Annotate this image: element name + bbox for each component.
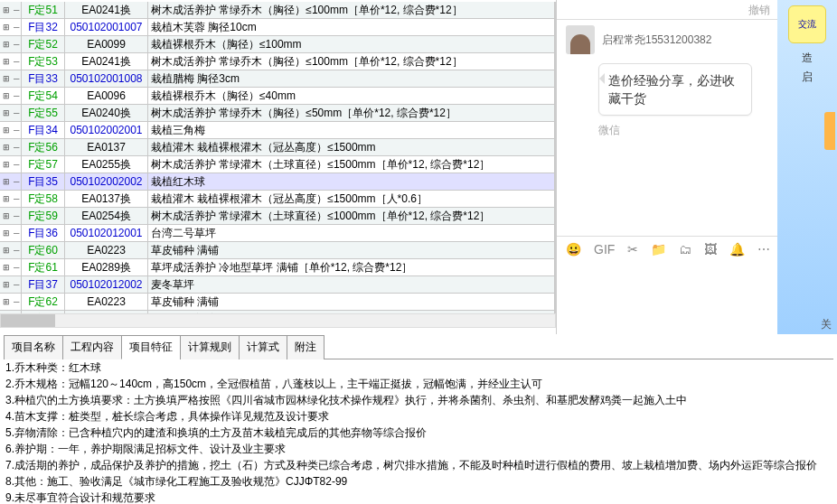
side-collapse-button[interactable] <box>824 112 835 150</box>
table-row[interactable]: ⊞─F定53EA0241换树木成活养护 常绿乔木（胸径）≤100mm［单价*12… <box>0 53 555 70</box>
expand-icon[interactable]: ⊞ <box>0 259 11 276</box>
row-desc: 草皮铺种 满铺 <box>148 294 555 311</box>
tree-line: ─ <box>11 2 22 19</box>
tree-line: ─ <box>11 173 22 191</box>
tab-计算式[interactable]: 计算式 <box>239 335 287 359</box>
row-id: F定61 <box>22 259 65 276</box>
table-row[interactable]: ⊞─F定52EA0099栽植裸根乔木（胸径）≤100mm <box>0 36 555 53</box>
table-row[interactable]: ⊞─F定57EA0255换树木成活养护 常绿灌木（土球直径）≤1500mm［单价… <box>0 156 555 173</box>
table-row[interactable]: ⊞─F目36050102012001台湾二号草坪 <box>0 225 555 242</box>
expand-icon[interactable]: ⊞ <box>0 191 11 208</box>
row-code: 050102012002 <box>65 276 148 294</box>
expand-icon[interactable]: ⊞ <box>0 276 11 294</box>
expand-icon[interactable]: ⊞ <box>0 242 11 259</box>
chat-user-row[interactable]: 启程常尧15531200382 <box>557 20 777 60</box>
row-desc: 栽植裸根乔木（胸径）≤40mm <box>148 88 555 105</box>
expand-icon[interactable]: ⊞ <box>0 208 11 225</box>
expand-icon[interactable]: ⊞ <box>0 294 11 311</box>
row-id: F定58 <box>22 191 65 208</box>
expand-icon[interactable]: ⊞ <box>0 105 11 122</box>
tab-附注[interactable]: 附注 <box>287 335 324 359</box>
scrollbar-thumb[interactable] <box>1 314 55 327</box>
table-row[interactable]: ⊞─F定56EA0137栽植灌木 栽植裸根灌木（冠丛高度）≤1500mm <box>0 139 555 156</box>
tree-line: ─ <box>11 105 22 122</box>
row-desc: 草皮铺种 满铺 <box>148 242 555 259</box>
expand-icon[interactable]: ⊞ <box>0 225 11 242</box>
expand-icon[interactable]: ⊞ <box>0 122 11 139</box>
tree-line: ─ <box>11 19 22 36</box>
table-row[interactable]: ⊞─F目33050102001008栽植腊梅 胸径3cm <box>0 70 555 88</box>
main-data-grid[interactable]: ⊞─F定51EA0241换树木成活养护 常绿乔木（胸径）≤100mm［单价*12… <box>0 2 556 313</box>
row-code: EA0255换 <box>65 156 148 173</box>
feature-line: 4.苗木支撑：桩类型，桩长综合考虑，具体操作详见规范及设计要求 <box>5 408 828 425</box>
row-id: F定59 <box>22 208 65 225</box>
tab-工程内容[interactable]: 工程内容 <box>62 335 122 359</box>
grid-horizontal-scrollbar[interactable] <box>0 313 556 328</box>
side-dock: 交流 造 启 关 <box>777 0 837 334</box>
row-code: 050102001007 <box>65 19 148 36</box>
chat-tool-1[interactable]: GIF <box>594 242 615 257</box>
chat-tool-4[interactable]: 🗂 <box>679 242 691 257</box>
feature-line: 8.其他：施工、验收满足《城市绿化工程施工及验收规范》CJJΦT82-99 <box>5 473 828 490</box>
row-desc: 栽植灌木 栽植裸根灌木（冠丛高度）≤1500mm［人*0.6］ <box>148 191 555 208</box>
table-row[interactable]: ⊞─F目35050102002002栽植红木球 <box>0 173 555 191</box>
table-row[interactable]: ⊞─F目32050102001007栽植木芙蓉 胸径10cm <box>0 19 555 36</box>
chat-tool-5[interactable]: 🖼 <box>704 242 717 257</box>
table-row[interactable]: ⊞─F定60EA0223草皮铺种 满铺 <box>0 242 555 259</box>
tree-line: ─ <box>11 70 22 88</box>
chat-source-tag: 微信 <box>598 123 768 138</box>
row-desc: 栽植灌木 栽植裸根灌木（冠丛高度）≤1500mm <box>148 139 555 156</box>
side-app-icon[interactable]: 交流 <box>788 5 826 43</box>
table-row[interactable]: ⊞─F定61EA0289换草坪成活养护 冷地型草坪 满铺［单价*12, 综合费*… <box>0 259 555 276</box>
side-close-label[interactable]: 关 <box>821 317 832 332</box>
row-code: 050102002001 <box>65 122 148 139</box>
row-code: 050102001008 <box>65 70 148 88</box>
row-code: 050102002002 <box>65 173 148 191</box>
row-id: F目35 <box>22 173 65 191</box>
row-id: F定62 <box>22 294 65 311</box>
row-desc: 栽植腊梅 胸径3cm <box>148 70 555 88</box>
table-row[interactable]: ⊞─F定55EA0240换树木成活养护 常绿乔木（胸径）≤50mm［单价*12,… <box>0 105 555 122</box>
row-code: EA0137换 <box>65 191 148 208</box>
expand-icon[interactable]: ⊞ <box>0 36 11 53</box>
feature-line: 7.成活期的养护，成品保护及养护的措施，挖土（石）方式及种类已综合考虑，树穴排水… <box>5 457 828 473</box>
row-desc: 台湾二号草坪 <box>148 225 555 242</box>
chat-tool-2[interactable]: ✂ <box>627 242 638 257</box>
chat-tool-6[interactable]: 🔔 <box>729 242 745 257</box>
table-row[interactable]: ⊞─F目34050102002001栽植三角梅 <box>0 122 555 139</box>
row-desc: 栽植木芙蓉 胸径10cm <box>148 19 555 36</box>
tree-line: ─ <box>11 191 22 208</box>
row-desc[interactable]: 栽植红木球 <box>148 173 555 191</box>
table-row[interactable]: ⊞─F目37050102012002麦冬草坪 <box>0 276 555 294</box>
expand-icon[interactable]: ⊞ <box>0 70 11 88</box>
table-row[interactable]: ⊞─F定62EA0223草皮铺种 满铺 <box>0 294 555 311</box>
table-row[interactable]: ⊞─F定59EA0254换树木成活养护 常绿灌木（土球直径）≤1000mm［单价… <box>0 208 555 225</box>
tab-计算规则[interactable]: 计算规则 <box>180 335 240 359</box>
row-code: EA0241换 <box>65 53 148 70</box>
chat-tool-3[interactable]: 📁 <box>651 242 666 257</box>
table-row[interactable]: ⊞─F定58EA0137换栽植灌木 栽植裸根灌木（冠丛高度）≤1500mm［人*… <box>0 191 555 208</box>
expand-icon[interactable]: ⊞ <box>0 88 11 105</box>
row-desc: 树木成活养护 常绿乔木（胸径）≤100mm［单价*12, 综合费*12］ <box>148 53 555 70</box>
expand-icon[interactable]: ⊞ <box>0 156 11 173</box>
row-desc: 树木成活养护 常绿乔木（胸径）≤50mm［单价*12, 综合费*12］ <box>148 105 555 122</box>
feature-line: 3.种植穴的土方换填要求：土方换填严格按照《四川省城市园林绿化技术操作规程》执行… <box>5 392 828 408</box>
expand-icon[interactable]: ⊞ <box>0 173 11 191</box>
tab-项目名称[interactable]: 项目名称 <box>4 335 63 359</box>
row-code: EA0223 <box>65 242 148 259</box>
chat-top-hint: 撤销 <box>557 0 777 20</box>
expand-icon[interactable]: ⊞ <box>0 139 11 156</box>
table-row[interactable]: ⊞─F定51EA0241换树木成活养护 常绿乔木（胸径）≤100mm［单价*12… <box>0 2 555 19</box>
row-desc: 树木成活养护 常绿灌木（土球直径）≤1000mm［单价*12, 综合费*12］ <box>148 208 555 225</box>
expand-icon[interactable]: ⊞ <box>0 2 11 19</box>
chat-tool-7[interactable]: ⋯ <box>757 242 770 257</box>
table-row[interactable]: ⊞─F定54EA0096栽植裸根乔木（胸径）≤40mm <box>0 88 555 105</box>
tree-line: ─ <box>11 208 22 225</box>
tab-项目特征[interactable]: 项目特征 <box>121 335 181 359</box>
chat-message-bubble[interactable]: 造价经验分享，必进收藏干货 <box>598 63 752 116</box>
feature-line: 6.养护期：一年，养护期限满足招标文件、设计及业主要求 <box>5 441 828 457</box>
expand-icon[interactable]: ⊞ <box>0 19 11 36</box>
expand-icon[interactable]: ⊞ <box>0 53 11 70</box>
chat-tool-0[interactable]: 😀 <box>566 242 581 257</box>
tree-line: ─ <box>11 294 22 311</box>
